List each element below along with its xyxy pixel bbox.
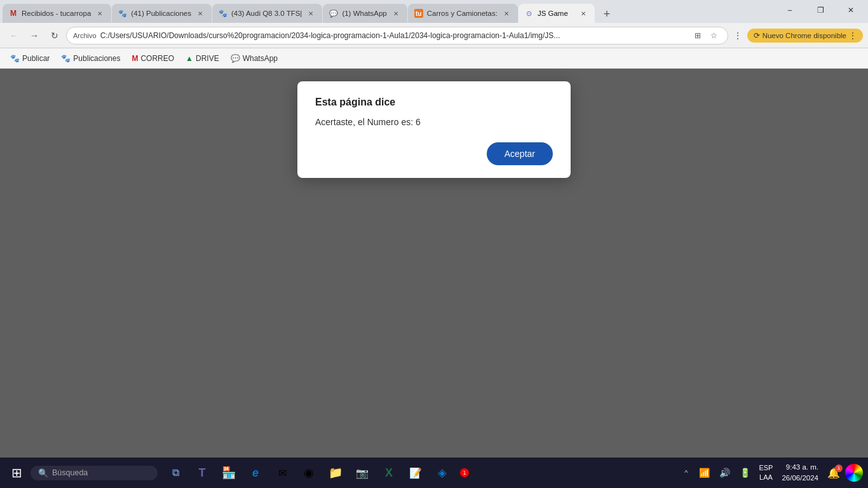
accept-button[interactable]: Aceptar: [487, 142, 553, 165]
bookmark-correo[interactable]: M CORREO: [126, 52, 179, 65]
reload-button[interactable]: ↻: [46, 27, 64, 44]
publicar-icon: 🐾: [10, 54, 20, 63]
tab-bar: M Recibidos - tucarropa ✕ 🐾 (41) Publica…: [0, 0, 868, 23]
bookmarks-bar: 🐾 Publicar 🐾 Publicaciones M CORREO ▲ DR…: [0, 48, 868, 69]
dialog-title: Esta página dice: [315, 97, 553, 108]
tab-close-audi[interactable]: ✕: [306, 8, 316, 18]
lang-code: ESP: [759, 463, 773, 473]
tab-label-whatsapp: (1) WhatsApp: [342, 10, 386, 17]
tab-carros[interactable]: tu Carros y Camionetas: ✕: [408, 4, 518, 23]
tab-whatsapp[interactable]: 💬 (1) WhatsApp ✕: [323, 4, 407, 23]
search-icon: 🔍: [38, 468, 48, 478]
tab-favicon-audi: 🐾: [219, 9, 227, 18]
dialog-message: Acertaste, el Numero es: 6: [315, 117, 553, 127]
tab-favicon-carros: tu: [414, 9, 423, 18]
main-content: Esta página dice Acertaste, el Numero es…: [0, 69, 868, 458]
tab-favicon-jsgame: ⊙: [525, 9, 534, 18]
files-app[interactable]: 📁: [323, 460, 348, 485]
maximize-button[interactable]: ❐: [806, 0, 835, 20]
minimize-button[interactable]: –: [775, 0, 804, 20]
taskview-button[interactable]: ⧉: [163, 460, 188, 485]
lang-region: LAA: [759, 473, 773, 482]
vscode-icon: ◈: [438, 466, 447, 480]
new-tab-button[interactable]: +: [598, 5, 616, 23]
edge-app[interactable]: e: [243, 460, 268, 485]
tab-jsgame[interactable]: ⊙ JS Game ✕: [519, 4, 595, 23]
tray-chevron[interactable]: ^: [682, 468, 690, 478]
tab-favicon-whatsapp: 💬: [329, 9, 338, 18]
tab-close-carros[interactable]: ✕: [501, 8, 512, 18]
tab-close-gmail[interactable]: ✕: [95, 8, 105, 18]
back-button[interactable]: ←: [5, 27, 23, 44]
extensions-icon[interactable]: ⋮: [731, 29, 745, 43]
browser-chrome: M Recibidos - tucarropa ✕ 🐾 (41) Publica…: [0, 0, 868, 69]
tab-gmail[interactable]: M Recibidos - tucarropa ✕: [3, 4, 111, 23]
start-icon: ⊞: [11, 465, 22, 480]
tab-publicaciones1[interactable]: 🐾 (41) Publicaciones ✕: [112, 4, 212, 23]
system-tray: 📶 🔊 🔋: [695, 464, 754, 482]
sound-icon[interactable]: 🔊: [715, 464, 733, 482]
bookmark-drive[interactable]: ▲ DRIVE: [180, 52, 224, 65]
photos-icon: 📷: [356, 467, 369, 479]
tab-label-pub1: (41) Publicaciones: [131, 10, 191, 17]
taskbar-right: ^ 📶 🔊 🔋 ESP LAA 9:43 a. m. 26/06/2024 🔔 …: [682, 461, 863, 485]
whatsapp-label: WhatsApp: [243, 54, 278, 63]
dialog-buttons: Aceptar: [315, 142, 553, 165]
bookmark-publicaciones[interactable]: 🐾 Publicaciones: [56, 52, 125, 65]
store-icon: 🏪: [222, 466, 236, 480]
battery-icon[interactable]: 🔋: [736, 464, 754, 482]
excel-app[interactable]: X: [376, 460, 402, 485]
bookmark-publicar[interactable]: 🐾 Publicar: [5, 52, 55, 65]
mail-icon: ✉: [278, 467, 287, 479]
notepad-icon: 📝: [409, 467, 422, 479]
mail-app[interactable]: ✉: [269, 460, 295, 485]
wifi-icon[interactable]: 📶: [695, 464, 713, 482]
notification-bell[interactable]: 🔔 1: [827, 467, 840, 479]
language-indicator[interactable]: ESP LAA: [759, 463, 773, 483]
tab-close-jsgame[interactable]: ✕: [578, 8, 588, 18]
excel-icon: X: [385, 466, 393, 480]
store-app[interactable]: 🏪: [216, 460, 241, 485]
files-icon: 📁: [329, 466, 342, 480]
search-box[interactable]: 🔍 Búsqueda: [31, 466, 158, 480]
photos-app[interactable]: 📷: [349, 460, 375, 485]
start-badge: 1: [460, 468, 469, 477]
tab-label-carros: Carros y Camionetas:: [427, 10, 498, 17]
navigation-bar: ← → ↻ Archivo C:/Users/USUARIO/Downloads…: [0, 23, 868, 48]
start-button[interactable]: ⊞: [5, 461, 28, 484]
notification-badge: 1: [835, 464, 843, 472]
edge-icon: e: [252, 466, 259, 480]
vscode-app[interactable]: ◈: [430, 460, 455, 485]
drive-label: DRIVE: [196, 54, 219, 63]
color-picker-button[interactable]: [845, 464, 863, 482]
chrome-app[interactable]: ◉: [296, 460, 322, 485]
update-icon: ⟳: [754, 31, 760, 40]
window-controls: – ❐ ✕: [775, 0, 865, 23]
publicaciones-icon: 🐾: [61, 54, 71, 63]
bookmark-whatsapp[interactable]: 💬 WhatsApp: [226, 52, 283, 65]
tab-audi[interactable]: 🐾 (43) Audi Q8 3.0 TFS| ✕: [212, 4, 322, 23]
chrome-icon: ◉: [304, 466, 314, 480]
tab-label-jsgame: JS Game: [538, 10, 574, 17]
publicar-label: Publicar: [22, 54, 50, 63]
system-clock[interactable]: 9:43 a. m. 26/06/2024: [778, 461, 822, 485]
translate-icon[interactable]: ⊞: [691, 29, 705, 43]
taskview-icon: ⧉: [172, 467, 179, 478]
teams-icon: T: [199, 466, 206, 480]
forward-button[interactable]: →: [25, 27, 43, 44]
chrome-update-button[interactable]: ⟳ Nuevo Chrome disponible ⋮: [747, 29, 863, 43]
drive-icon: ▲: [186, 54, 193, 63]
correo-icon: M: [132, 54, 138, 63]
address-bar[interactable]: Archivo C:/Users/USUARIO/Downloads/curso…: [66, 27, 728, 44]
tab-close-pub1[interactable]: ✕: [195, 8, 205, 18]
bookmark-icon[interactable]: ☆: [707, 29, 721, 43]
search-label: Búsqueda: [52, 468, 88, 477]
tab-close-whatsapp[interactable]: ✕: [391, 8, 401, 18]
whatsapp-bk-icon: 💬: [231, 54, 240, 63]
close-button[interactable]: ✕: [836, 0, 865, 20]
teams-app[interactable]: T: [189, 460, 215, 485]
notepad-app[interactable]: 📝: [403, 460, 428, 485]
publicaciones-label: Publicaciones: [73, 54, 120, 63]
url-text: C:/Users/USUARIO/Downloads/curso%20progr…: [100, 31, 687, 40]
taskbar-apps: ⧉ T 🏪 e ✉ ◉ 📁 📷 X: [163, 460, 455, 485]
